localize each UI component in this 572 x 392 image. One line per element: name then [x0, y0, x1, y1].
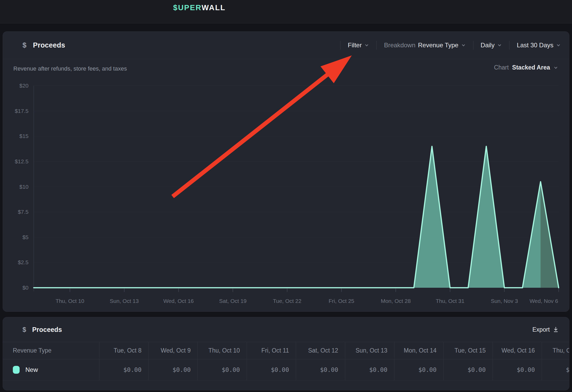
x-tick-label: Fri, Oct 25 — [329, 298, 354, 304]
x-tick-label: Wed, Nov 6 — [530, 298, 558, 304]
proceeds-table-card: $ Proceeds Export Revenue TypeTue, Oct 8… — [3, 317, 569, 390]
table-header-date: Sat, Oct 12 — [296, 342, 345, 359]
table-cell-value: $0.00 — [443, 359, 492, 380]
y-tick-label: $10 — [19, 184, 29, 190]
proceeds-chart-card: $ Proceeds Filter Breakdown Revenue Type… — [3, 31, 569, 312]
y-tick-label: $7.5 — [18, 209, 29, 215]
dollar-icon: $ — [22, 326, 26, 333]
table-cell-value: $0.00 — [296, 359, 345, 380]
y-tick-label: $12.5 — [15, 158, 29, 164]
download-icon — [553, 326, 559, 333]
table-cell-value: $0.00 — [99, 359, 148, 380]
table-header-date: Wed, Oct 9 — [148, 342, 197, 359]
table-header-date: Tue, Oct 15 — [443, 342, 492, 359]
table-header-revenue-type: Revenue Type — [3, 342, 99, 359]
y-tick-label: $5 — [22, 234, 29, 240]
table-header-date: Fri, Oct 11 — [247, 342, 296, 359]
x-tick-label: Sun, Oct 13 — [110, 298, 139, 304]
table-header-date: Tue, Oct 8 — [99, 342, 148, 359]
x-tick-label: Wed, Oct 16 — [163, 298, 194, 304]
proceeds-table: Revenue TypeTue, Oct 8Wed, Oct 9Thu, Oct… — [3, 342, 569, 381]
legend-swatch — [13, 366, 20, 374]
table-row-label-cell: New — [3, 359, 99, 380]
table-card-header: $ Proceeds Export — [3, 317, 569, 342]
table-cell-value: $0.00 — [197, 359, 247, 380]
table-header-date: Sun, Oct 13 — [345, 342, 394, 359]
stacked-area-chart[interactable]: $20$17.5$15$12.5$10$7.5$5$2.5$0Thu, Oct … — [3, 32, 569, 312]
table-cell-value: $0.00 — [492, 359, 542, 380]
x-tick-label: Mon, Oct 28 — [381, 298, 411, 304]
logo-rest: WALL — [202, 3, 226, 12]
y-tick-label: $15 — [19, 133, 29, 139]
x-tick-label: Sat, Oct 19 — [219, 298, 247, 304]
export-button[interactable]: Export — [533, 317, 559, 342]
table-header-date: Thu, Oct 10 — [197, 342, 247, 359]
export-label: Export — [533, 326, 550, 333]
y-tick-label: $20 — [19, 83, 29, 89]
y-tick-label: $17.5 — [15, 108, 29, 114]
table-header-date: Wed, Oct 16 — [492, 342, 542, 359]
x-tick-label: Thu, Oct 31 — [436, 298, 465, 304]
table-row[interactable]: New$0.00$0.00$0.00$0.00$0.00$0.00$0.00$0… — [3, 359, 569, 381]
table-header-date: Mon, Oct 14 — [394, 342, 443, 359]
logo-accent: $UPER — [173, 3, 202, 12]
row-label: New — [25, 366, 38, 373]
x-tick-label: Sun, Nov 3 — [491, 298, 518, 304]
x-tick-label: Thu, Oct 10 — [56, 298, 84, 304]
area-series-new[interactable] — [34, 146, 559, 288]
table-cell-value: $0.00 — [542, 359, 569, 380]
table-cell-value: $0.00 — [247, 359, 296, 380]
top-bar: $UPERWALL — [0, 0, 572, 24]
y-tick-label: $0 — [22, 285, 29, 291]
table-cell-value: $0.00 — [345, 359, 394, 380]
table-cell-value: $0.00 — [394, 359, 443, 380]
superwall-logo[interactable]: $UPERWALL — [173, 3, 226, 12]
table-header-date: Thu, Oct 17 — [542, 342, 569, 359]
y-tick-label: $2.5 — [18, 259, 29, 265]
table-title: Proceeds — [32, 326, 62, 333]
table-cell-value: $0.00 — [148, 359, 197, 380]
table-header-row: Revenue TypeTue, Oct 8Wed, Oct 9Thu, Oct… — [3, 342, 569, 359]
x-tick-label: Tue, Oct 22 — [273, 298, 301, 304]
